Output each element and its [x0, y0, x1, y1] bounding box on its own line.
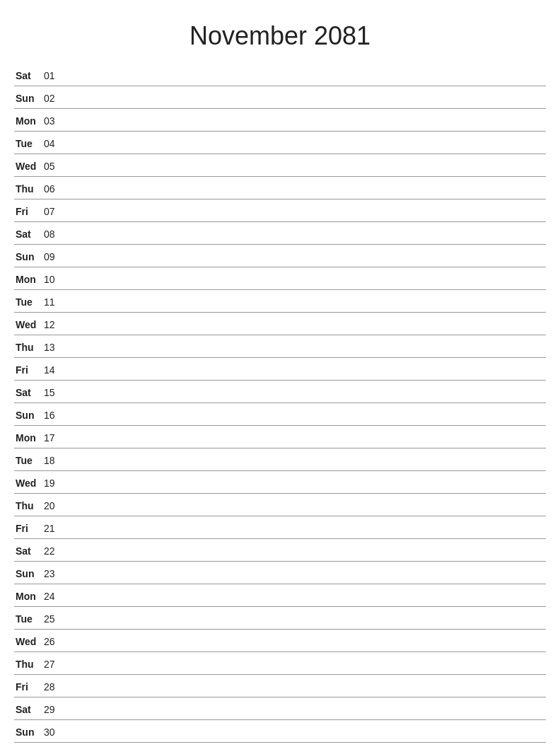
- day-line: [65, 641, 546, 642]
- day-row: Wed19: [14, 471, 546, 494]
- day-name: Sat: [14, 387, 44, 398]
- day-row: Sat22: [14, 539, 546, 562]
- day-row: Tue18: [14, 448, 546, 471]
- day-name: Mon: [14, 115, 44, 127]
- day-row: Sat15: [14, 381, 546, 403]
- day-name: Tue: [14, 455, 44, 466]
- day-number: 02: [44, 93, 65, 104]
- day-number: 30: [44, 726, 65, 738]
- day-name: Sat: [14, 228, 44, 240]
- day-name: Fri: [14, 364, 44, 376]
- day-row: Mon24: [14, 584, 546, 607]
- day-row: Sat29: [14, 697, 546, 720]
- day-line: [65, 143, 546, 144]
- day-name: Fri: [14, 681, 44, 693]
- day-number: 13: [44, 342, 65, 353]
- day-row: Sun16: [14, 403, 546, 426]
- day-number: 11: [44, 296, 65, 308]
- day-row: Wed26: [14, 630, 546, 652]
- day-line: [65, 573, 546, 574]
- day-line: [65, 301, 546, 302]
- day-number: 12: [44, 319, 65, 330]
- day-row: Thu06: [14, 177, 546, 199]
- day-name: Wed: [14, 319, 44, 330]
- day-number: 08: [44, 228, 65, 240]
- day-row: Sun09: [14, 245, 546, 267]
- day-line: [65, 618, 546, 619]
- day-number: 15: [44, 387, 65, 398]
- day-name: Wed: [14, 636, 44, 647]
- day-line: [65, 211, 546, 212]
- day-number: 05: [44, 161, 65, 172]
- day-name: Sun: [14, 251, 44, 262]
- day-line: [65, 460, 546, 461]
- day-number: 28: [44, 681, 65, 693]
- day-name: Tue: [14, 613, 44, 625]
- day-name: Tue: [14, 296, 44, 308]
- day-name: Mon: [14, 274, 44, 285]
- day-row: Mon17: [14, 426, 546, 448]
- day-line: [65, 120, 546, 121]
- day-line: [65, 415, 546, 415]
- day-line: [65, 505, 546, 506]
- day-name: Sun: [14, 410, 44, 421]
- day-number: 10: [44, 274, 65, 285]
- day-line: [65, 75, 546, 76]
- day-line: [65, 166, 546, 166]
- day-number: 04: [44, 138, 65, 149]
- day-name: Thu: [14, 183, 44, 195]
- day-name: Wed: [14, 161, 44, 172]
- day-line: [65, 188, 546, 189]
- day-row: Fri14: [14, 358, 546, 381]
- day-name: Wed: [14, 477, 44, 489]
- day-line: [65, 596, 546, 596]
- day-name: Sun: [14, 93, 44, 104]
- day-row: Thu13: [14, 335, 546, 358]
- day-name: Tue: [14, 138, 44, 149]
- day-number: 21: [44, 523, 65, 534]
- day-line: [65, 256, 546, 257]
- day-number: 25: [44, 613, 65, 625]
- day-row: Thu27: [14, 652, 546, 675]
- day-line: [65, 98, 546, 98]
- day-number: 26: [44, 636, 65, 647]
- day-name: Sat: [14, 545, 44, 557]
- day-line: [65, 279, 546, 279]
- day-row: Sat08: [14, 222, 546, 245]
- day-line: [65, 233, 546, 234]
- day-row: Sat01: [14, 64, 546, 86]
- calendar-page: November 2081 Sat01Sun02Mon03Tue04Wed05T…: [0, 0, 560, 747]
- day-number: 09: [44, 251, 65, 262]
- day-name: Fri: [14, 206, 44, 217]
- day-name: Sat: [14, 704, 44, 715]
- day-row: Mon10: [14, 267, 546, 290]
- day-row: Tue11: [14, 290, 546, 313]
- day-line: [65, 528, 546, 528]
- day-number: 17: [44, 432, 65, 444]
- day-name: Thu: [14, 659, 44, 670]
- day-number: 22: [44, 545, 65, 557]
- day-number: 03: [44, 115, 65, 127]
- day-name: Sun: [14, 726, 44, 738]
- day-name: Mon: [14, 432, 44, 444]
- day-line: [65, 369, 546, 370]
- day-number: 19: [44, 477, 65, 489]
- day-row: Fri21: [14, 516, 546, 539]
- day-number: 14: [44, 364, 65, 376]
- day-name: Thu: [14, 342, 44, 353]
- day-line: [65, 347, 546, 347]
- day-row: Fri07: [14, 199, 546, 222]
- day-row: Wed12: [14, 313, 546, 335]
- day-row: Fri28: [14, 675, 546, 697]
- day-line: [65, 709, 546, 710]
- calendar-title: November 2081: [14, 14, 546, 51]
- day-number: 16: [44, 410, 65, 421]
- day-number: 06: [44, 183, 65, 195]
- day-row: Mon03: [14, 109, 546, 132]
- calendar-rows: Sat01Sun02Mon03Tue04Wed05Thu06Fri07Sat08…: [14, 64, 546, 743]
- day-name: Fri: [14, 523, 44, 534]
- day-number: 01: [44, 70, 65, 81]
- day-number: 23: [44, 568, 65, 579]
- day-name: Mon: [14, 591, 44, 602]
- day-line: [65, 482, 546, 483]
